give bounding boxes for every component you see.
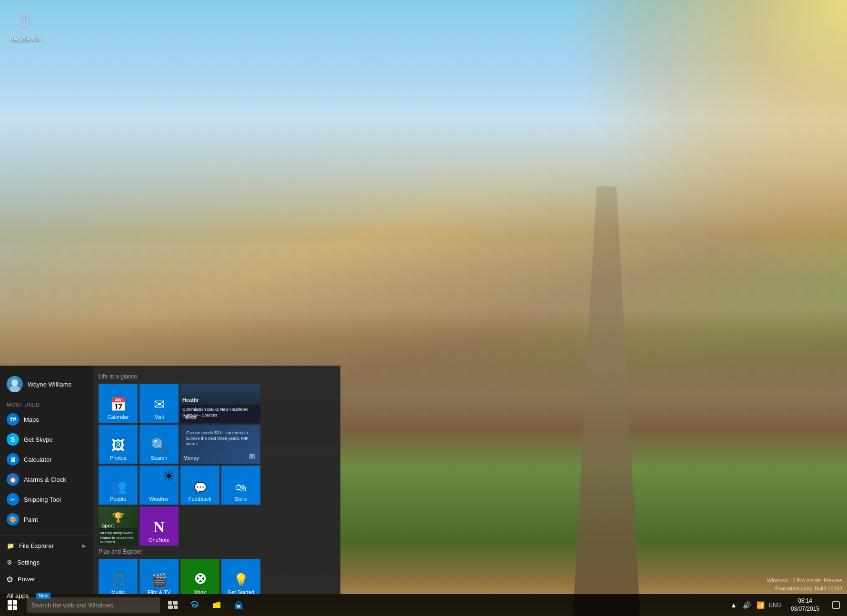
mail-tile-label: Mail (154, 414, 164, 420)
photos-tile[interactable]: 🖼 Photos (99, 425, 138, 464)
xbox-tile[interactable]: ⊗ Xbox (180, 559, 219, 594)
sidebar-item-power[interactable]: ⏻ Power (0, 571, 93, 587)
weather-sun-icon: ☀ (163, 468, 175, 484)
clock-area[interactable]: 08:14 03/07/2015 (785, 597, 825, 613)
most-used-section-label: Most used (0, 398, 93, 409)
task-view-button[interactable] (162, 594, 184, 616)
film-tv-tile[interactable]: 🎬 Film & TV (140, 559, 179, 594)
svg-rect-11 (13, 606, 17, 610)
sidebar-item-settings[interactable]: ⚙ Settings (0, 554, 93, 571)
speaker-icon[interactable]: 🔊 (741, 601, 752, 609)
language-label: ENG (769, 602, 781, 608)
feedback-tile[interactable]: 💬 Feedback (180, 466, 219, 505)
feedback-tile-label: Feedback (189, 496, 211, 502)
photos-tile-icon: 🖼 (111, 437, 125, 453)
people-tile-icon: 👥 (110, 478, 127, 494)
file-explorer-app-button[interactable] (206, 594, 228, 616)
arrow-icon: ▶ (82, 543, 86, 548)
clock-date: 03/07/2015 (791, 605, 819, 613)
divider (0, 535, 93, 536)
recycle-bin-icon[interactable]: Recycle Bin (10, 10, 40, 43)
calendar-tile-icon: 📅 (110, 397, 127, 412)
film-tv-tile-label: Film & TV (148, 589, 170, 594)
film-icon: 🎬 (151, 573, 167, 587)
store-taskbar-icon (234, 600, 243, 610)
start-bottom-section: 📁 File Explorer ▶ ⚙ Settings ⏻ Power All… (0, 533, 93, 604)
notifications-icon[interactable]: ▲ (729, 601, 738, 609)
money-headline-text: Greece needs 50 billion euros to survive… (183, 427, 258, 450)
money-tile[interactable]: Greece needs 50 billion euros to survive… (180, 425, 260, 464)
user-avatar (7, 376, 23, 392)
snipping-label: Snipping Tool (24, 496, 61, 503)
skype-icon: S (7, 433, 19, 446)
search-tile-label: Search (151, 455, 168, 461)
sidebar-item-skype[interactable]: S Get Skype (0, 429, 93, 449)
sidebar-item-alarms[interactable]: ⏰ Alarms & Clock (0, 469, 93, 489)
store-icon: 🛍 (236, 482, 246, 494)
calendar-tile[interactable]: 📅 Calendar (99, 384, 138, 423)
sidebar-item-all-apps[interactable]: All apps New (0, 587, 93, 604)
get-started-tile[interactable]: 💡 Get Started (221, 559, 260, 594)
user-name-label: Wayne Williams (28, 381, 71, 388)
paint-label: Paint (24, 516, 38, 523)
music-tile[interactable]: 🎵 Music (99, 559, 138, 594)
get-started-tile-label: Get Started (228, 589, 254, 594)
store-tile-label: Store (235, 496, 247, 502)
svg-rect-14 (168, 606, 173, 609)
news-tile[interactable]: Heathr Commission Backs New Heathrow Run… (180, 384, 260, 423)
weather-tile[interactable]: ☀ Weather (140, 466, 179, 505)
calculator-label: Calculator (24, 456, 52, 463)
sidebar-item-maps[interactable]: 🗺 Maps (0, 409, 93, 429)
search-tile-icon: 🔍 (151, 437, 168, 453)
mail-tile[interactable]: ✉ Mail (140, 384, 179, 423)
store-tile[interactable]: 🛍 Store (221, 466, 260, 505)
start-menu: Wayne Williams Most used 🗺 Maps S Get Sk… (0, 366, 340, 594)
sidebar-item-snipping[interactable]: ✂ Snipping Tool (0, 489, 93, 509)
edge-icon (190, 600, 199, 610)
alarms-label: Alarms & Clock (24, 476, 66, 483)
sport-tile[interactable]: 🏆 Murray overpowers Haase to cruise into… (99, 507, 138, 546)
sidebar-item-paint[interactable]: 🎨 Paint (0, 509, 93, 529)
onenote-tile-label: OneNote (149, 537, 169, 543)
store-app-button[interactable] (228, 594, 249, 616)
music-tile-label: Music (111, 589, 125, 594)
svg-rect-16 (213, 604, 220, 608)
xbox-tile-label: Xbox (194, 589, 206, 594)
news-tile-label: News (183, 414, 197, 420)
notifications-center-button[interactable] (825, 594, 847, 616)
maps-label: Maps (24, 416, 39, 423)
money-source-icon: 📊 (249, 454, 255, 459)
file-explorer-icon: 📁 (7, 542, 14, 549)
play-explore-label: Play and Explore (99, 548, 335, 555)
feedback-icon: 💬 (194, 482, 207, 494)
svg-point-7 (10, 386, 20, 392)
pinned-apps-area (184, 594, 249, 616)
sidebar-item-file-explorer[interactable]: 📁 File Explorer ▶ (0, 537, 93, 554)
money-tile-label: Money (183, 455, 199, 461)
calendar-tile-label: Calendar (108, 414, 129, 420)
sport-headline: Murray overpowers Haase to cruise into W… (100, 531, 136, 545)
start-menu-left-panel: Wayne Williams Most used 🗺 Maps S Get Sk… (0, 366, 93, 594)
svg-rect-13 (173, 601, 178, 605)
user-profile-area[interactable]: Wayne Williams (0, 370, 93, 398)
network-icon[interactable]: 📶 (755, 601, 766, 609)
svg-rect-19 (833, 602, 839, 608)
desktop: Recycle Bin Wayne Williams Most used 🗺 M… (0, 0, 847, 616)
sport-tile-label: Sport (101, 523, 114, 528)
people-tile[interactable]: 👥 People (99, 466, 138, 505)
settings-label: Settings (17, 559, 40, 566)
svg-rect-15 (174, 606, 178, 609)
svg-rect-1 (18, 15, 31, 16)
edge-app-button[interactable] (184, 594, 206, 616)
mail-tile-icon: ✉ (154, 397, 165, 412)
svg-rect-18 (237, 606, 240, 607)
onenote-tile[interactable]: N OneNote (140, 507, 179, 546)
sidebar-item-calculator[interactable]: 🖩 Calculator (0, 449, 93, 469)
all-apps-new-badge: New (36, 593, 50, 599)
notification-center-icon (832, 601, 840, 609)
svg-rect-10 (8, 606, 12, 610)
search-tile[interactable]: 🔍 Search (140, 425, 179, 464)
calculator-icon: 🖩 (7, 453, 19, 466)
task-view-icon (168, 601, 178, 609)
paint-icon: 🎨 (7, 513, 19, 526)
